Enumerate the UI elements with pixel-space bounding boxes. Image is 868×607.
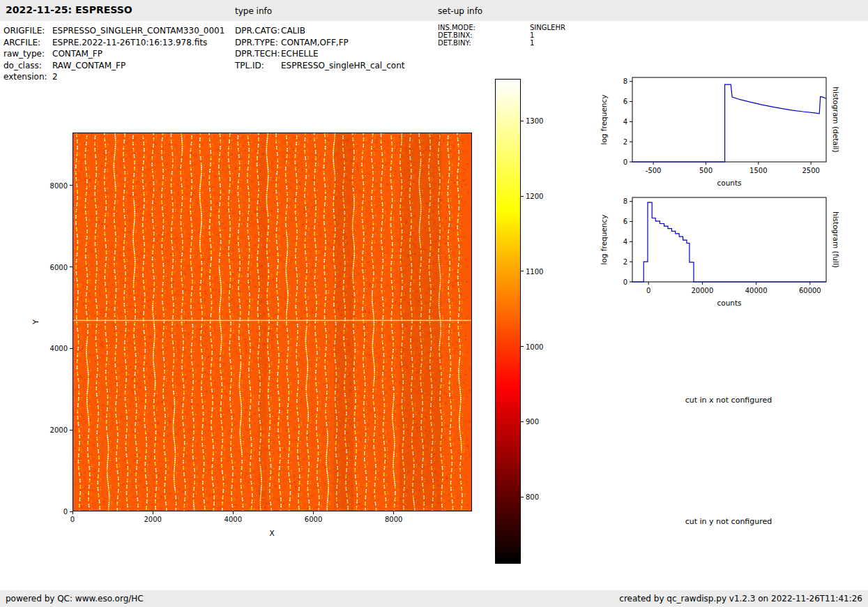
file-info-block: ORIGFILE:ESPRESSO_SINGLEHR_CONTAM330_000… <box>3 25 224 83</box>
x-tick-mark <box>233 511 234 514</box>
meta-label: DPR.TECH: <box>235 48 281 60</box>
x-axis-label: counts <box>717 179 741 187</box>
y-tick-mark <box>70 267 73 267</box>
plot-side-title: histogram (detail) <box>832 87 840 152</box>
meta-label: do_class: <box>3 60 52 72</box>
x-tick-label: 60000 <box>799 287 821 294</box>
setup-info-block: INS.MODE:SINGLEHR DET.BINX:1 DET.BINY:1 <box>438 24 565 47</box>
x-tick-label: 8000 <box>385 516 402 523</box>
meta-label: TPL.ID: <box>235 60 281 72</box>
cut-x-note: cut in x not configured <box>685 396 772 405</box>
y-tick-mark <box>70 430 73 430</box>
y-tick-label: 6 <box>623 218 627 225</box>
qc-report-page: 2022-11-25: ESPRESSO type info set-up in… <box>0 0 868 607</box>
meta-value: 1 <box>530 39 534 47</box>
x-tick-label: 500 <box>699 167 713 174</box>
x-axis-label: X <box>269 529 275 538</box>
x-tick-label: 40000 <box>745 287 768 294</box>
y-tick-mark <box>70 348 73 349</box>
x-tick-label: 20000 <box>691 287 713 294</box>
meta-row-detbiny: DET.BINY:1 <box>438 39 565 47</box>
colorbar-tick-mark <box>521 497 524 497</box>
meta-row-rawtype: raw_type:CONTAM_FP <box>3 48 224 60</box>
y-tick-label: 6 <box>623 98 627 105</box>
y-tick-label: 0 <box>623 278 627 286</box>
y-tick-label: 4 <box>623 118 627 126</box>
x-tick-mark <box>313 511 314 514</box>
meta-row-arcfile: ARCFILE:ESPRE.2022-11-26T10:16:13.978.fi… <box>3 37 224 49</box>
x-tick-label: 0 <box>70 516 75 523</box>
meta-value: ESPRESSO_singleHR_cal_cont <box>281 61 404 70</box>
y-tick-label: 2 <box>623 138 627 146</box>
meta-row-dprcatg: DPR.CATG:CALIB <box>235 25 404 37</box>
meta-row-dprtech: DPR.TECH:ECHELLE <box>235 48 404 60</box>
x-tick-label: 4000 <box>224 516 242 523</box>
y-tick-label: 8 <box>623 197 627 205</box>
meta-value: RAW_CONTAM_FP <box>52 61 125 70</box>
meta-value: CONTAM,OFF,FP <box>281 38 349 47</box>
y-tick-label: 4 <box>623 238 627 246</box>
x-tick-label: 1500 <box>749 167 767 174</box>
colorbar-tick-label: 1300 <box>526 117 543 125</box>
histogram-full-plot: 020000400006000002468countslog frequency… <box>586 190 868 319</box>
meta-value: ECHELLE <box>281 49 319 59</box>
raw-frame-canvas <box>73 133 471 511</box>
plot-side-title: histogram (full) <box>832 211 840 268</box>
y-tick-label: 0 <box>623 158 627 166</box>
x-tick-label: 2500 <box>802 167 819 174</box>
header-bar: 2022-11-25: ESPRESSO type info set-up in… <box>0 0 868 21</box>
meta-label: INS.MODE: <box>438 24 530 31</box>
meta-row-origfile: ORIGFILE:ESPRESSO_SINGLEHR_CONTAM330_000… <box>3 25 224 37</box>
meta-label: DET.BINX: <box>438 31 530 39</box>
colorbar <box>495 79 521 564</box>
footer-left-text: powered by QC: www.eso.org/HC <box>6 594 144 604</box>
x-axis-label: counts <box>717 299 741 307</box>
meta-row-insmode: INS.MODE:SINGLEHR <box>438 24 565 31</box>
meta-label: DPR.TYPE: <box>235 37 281 49</box>
footer-bar: powered by QC: www.eso.org/HC created by… <box>0 590 868 607</box>
raw-frame-image <box>73 133 472 511</box>
colorbar-tick-label: 800 <box>526 493 539 501</box>
y-tick-mark <box>70 185 73 186</box>
meta-row-detbinx: DET.BINX:1 <box>438 31 565 39</box>
page-title: 2022-11-25: ESPRESSO <box>6 4 132 15</box>
y-tick-label: 0 <box>63 508 68 516</box>
meta-row-extension: extension:2 <box>3 71 224 83</box>
plot-area <box>632 197 826 282</box>
colorbar-tick-label: 900 <box>526 418 539 426</box>
setup-info-label: set-up info <box>438 6 482 16</box>
colorbar-tick-mark <box>521 421 524 422</box>
meta-value: 1 <box>530 31 534 39</box>
colorbar-tick-label: 1000 <box>526 343 543 350</box>
x-tick-label: -500 <box>646 167 662 174</box>
colorbar-tick-mark <box>521 196 524 197</box>
y-tick-label: 4000 <box>50 345 68 352</box>
x-tick-mark <box>153 511 153 514</box>
plot-area <box>632 77 826 162</box>
y-tick-label: 6000 <box>50 263 68 271</box>
type-info-block: DPR.CATG:CALIB DPR.TYPE:CONTAM,OFF,FP DP… <box>235 25 404 71</box>
meta-value: CONTAM_FP <box>52 49 102 59</box>
meta-value: CALIB <box>281 26 305 36</box>
colorbar-tick-label: 1200 <box>526 193 543 200</box>
meta-value: ESPRE.2022-11-26T10:16:13.978.fits <box>52 38 207 47</box>
y-tick-label: 8000 <box>50 181 68 189</box>
meta-label: ORIGFILE: <box>3 25 52 37</box>
x-tick-label: 2000 <box>144 516 161 523</box>
y-axis-label: log frequency <box>600 214 608 264</box>
y-tick-label: 2 <box>623 258 627 266</box>
colorbar-tick-mark <box>521 121 524 121</box>
y-tick-mark <box>70 511 73 512</box>
meta-label: raw_type: <box>3 48 52 60</box>
footer-right-text: created by qc_rawdisp.py v1.2.3 on 2022-… <box>619 594 862 604</box>
x-tick-mark <box>73 511 73 514</box>
meta-row-tplid: TPL.ID:ESPRESSO_singleHR_cal_cont <box>235 60 404 72</box>
y-tick-label: 2000 <box>50 426 68 434</box>
meta-value: 2 <box>52 72 58 82</box>
y-axis-label: Y <box>31 320 40 324</box>
meta-label: DET.BINY: <box>438 39 530 47</box>
x-tick-label: 6000 <box>305 516 322 523</box>
colorbar-tick-label: 1100 <box>526 267 543 275</box>
colorbar-tick-mark <box>521 346 524 347</box>
meta-row-doclass: do_class:RAW_CONTAM_FP <box>3 60 224 72</box>
